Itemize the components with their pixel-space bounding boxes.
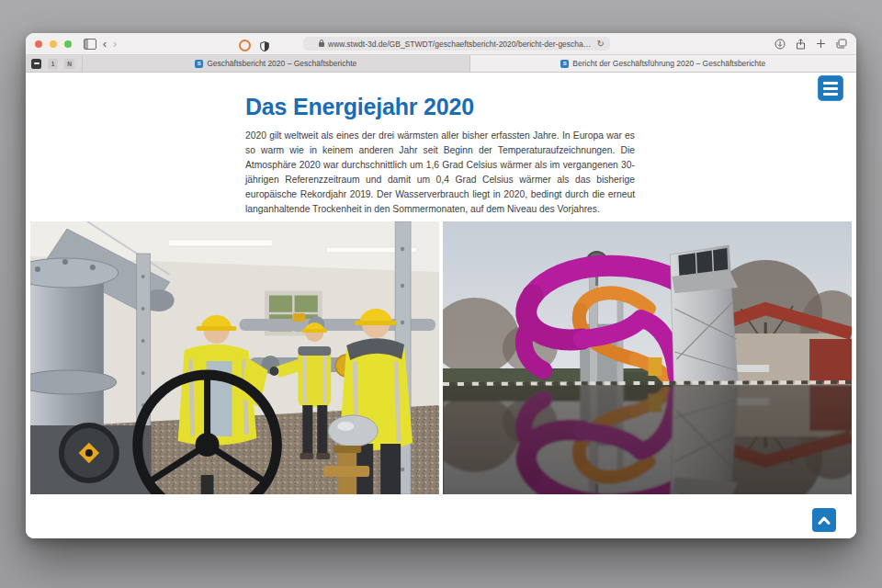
forward-icon[interactable]: ›: [113, 38, 117, 51]
extension-ring-icon[interactable]: [239, 40, 251, 51]
address-bar[interactable]: www.stwdt-3d.de/GB_STWDT/geschaeftsberic…: [303, 37, 610, 51]
pinned-tab-n[interactable]: N: [64, 59, 74, 69]
browser-window: ‹ › www.stwdt-3d.de/GB_STWDT/geschaeftsb…: [26, 33, 856, 538]
browser-toolbar: ‹ › www.stwdt-3d.de/GB_STWDT/geschaeftsb…: [26, 33, 856, 55]
site-favicon: S: [195, 60, 203, 68]
new-tab-icon[interactable]: [816, 39, 826, 49]
workers-gas-station-photo: [30, 221, 439, 494]
intro-paragraph: 2020 gilt weltweit als eines der drei wä…: [245, 129, 635, 217]
tab-geschaeftsbericht[interactable]: S Geschäftsbericht 2020 – Geschäftsberic…: [83, 55, 470, 72]
scroll-to-top-button[interactable]: [812, 508, 836, 532]
downloads-icon[interactable]: [775, 39, 786, 50]
tab-label: Bericht der Geschäftsführung 2020 – Gesc…: [572, 59, 765, 68]
minimize-window-button[interactable]: [50, 40, 57, 48]
page-content: Das Energiejahr 2020 2020 gilt weltweit …: [26, 73, 856, 538]
share-icon[interactable]: [796, 39, 806, 50]
chevron-up-icon: [818, 516, 831, 525]
tab-overview-icon[interactable]: [836, 39, 847, 49]
article: Das Energiejahr 2020 2020 gilt weltweit …: [245, 95, 635, 217]
desktop-background: ‹ › www.stwdt-3d.de/GB_STWDT/geschaeftsb…: [0, 0, 882, 588]
hamburger-menu-button[interactable]: [818, 75, 843, 101]
close-window-button[interactable]: [35, 40, 42, 48]
pinned-tabs: 1 N: [26, 55, 83, 72]
tab-bar: 1 N S Geschäftsbericht 2020 – Geschäftsb…: [26, 55, 856, 73]
hamburger-bar: [823, 82, 838, 85]
tab-label: Geschäftsbericht 2020 – Geschäftsbericht…: [207, 59, 356, 68]
site-favicon: S: [560, 60, 569, 68]
extension-shield-icon[interactable]: [260, 39, 269, 55]
tab-bericht-geschaeftsfuehrung[interactable]: S Bericht der Geschäftsführung 2020 – Ge…: [470, 55, 857, 72]
back-icon[interactable]: ‹: [103, 38, 107, 51]
page-title: Das Energiejahr 2020: [245, 95, 635, 120]
toolbar-right-icons: [775, 39, 847, 50]
photo-row: [30, 221, 852, 494]
pinned-tab-1[interactable]: 1: [48, 59, 58, 69]
sidebar-toggle-icon[interactable]: [84, 38, 96, 51]
pinned-tab-logo[interactable]: [31, 59, 41, 69]
url-text: www.stwdt-3d.de/GB_STWDT/geschaeftsberic…: [328, 40, 594, 49]
zoom-window-button[interactable]: [64, 40, 72, 48]
window-controls: [35, 40, 72, 48]
lock-icon: [319, 40, 324, 49]
reload-icon[interactable]: ↻: [597, 39, 605, 49]
waterslide-pool-reflection-photo: [443, 221, 852, 494]
